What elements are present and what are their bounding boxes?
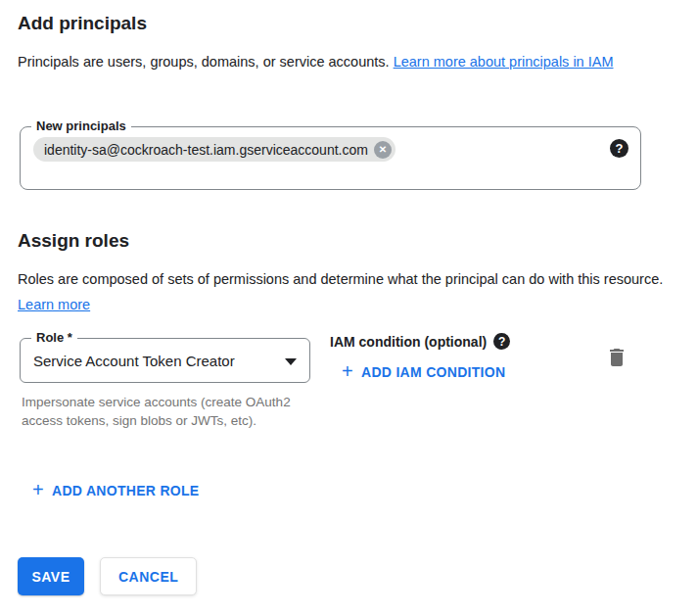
plus-icon: + xyxy=(32,480,44,499)
trash-icon xyxy=(605,346,628,369)
learn-more-roles-link[interactable]: Learn more xyxy=(18,297,90,312)
delete-role-button[interactable] xyxy=(603,344,630,371)
page-title: Add principals xyxy=(18,12,147,35)
new-principals-label: New principals xyxy=(31,118,131,134)
principal-chip-text: identity-sa@cockroach-test.iam.gservicea… xyxy=(44,142,368,158)
role-select[interactable]: Role * Service Account Token Creator xyxy=(20,338,310,383)
assign-roles-description: Roles are composed of sets of permission… xyxy=(18,266,664,317)
add-principals-panel: Add principals Principals are users, gro… xyxy=(0,0,698,616)
save-button[interactable]: SAVE xyxy=(18,557,84,595)
principal-chip: identity-sa@cockroach-test.iam.gservicea… xyxy=(33,137,396,162)
principals-description: Principals are users, groups, domains, o… xyxy=(18,49,656,74)
remove-principal-icon[interactable]: ✕ xyxy=(374,141,392,159)
new-principals-field[interactable]: New principals identity-sa@cockroach-tes… xyxy=(20,126,641,190)
add-iam-condition-label: ADD IAM CONDITION xyxy=(361,364,505,380)
iam-condition-help-icon[interactable]: ? xyxy=(493,333,510,350)
iam-condition-label: IAM condition (optional) ? xyxy=(330,333,510,350)
role-selected-value: Service Account Token Creator xyxy=(33,339,235,382)
cancel-button[interactable]: CANCEL xyxy=(100,557,197,595)
add-another-role-label: ADD ANOTHER ROLE xyxy=(52,483,200,498)
role-helper-text: Impersonate service accounts (create OAu… xyxy=(22,393,311,430)
plus-icon: + xyxy=(342,361,353,381)
chevron-down-icon xyxy=(285,358,297,365)
iam-condition-label-text: IAM condition (optional) xyxy=(330,334,487,350)
add-iam-condition-button[interactable]: + ADD IAM CONDITION xyxy=(342,363,505,381)
assign-roles-description-text: Roles are composed of sets of permission… xyxy=(18,271,663,287)
add-another-role-button[interactable]: + ADD ANOTHER ROLE xyxy=(32,482,200,499)
principals-description-text: Principals are users, groups, domains, o… xyxy=(18,54,394,70)
assign-roles-title: Assign roles xyxy=(18,229,129,253)
new-principals-help-icon[interactable]: ? xyxy=(610,139,628,158)
learn-more-principals-link[interactable]: Learn more about principals in IAM xyxy=(394,54,614,70)
